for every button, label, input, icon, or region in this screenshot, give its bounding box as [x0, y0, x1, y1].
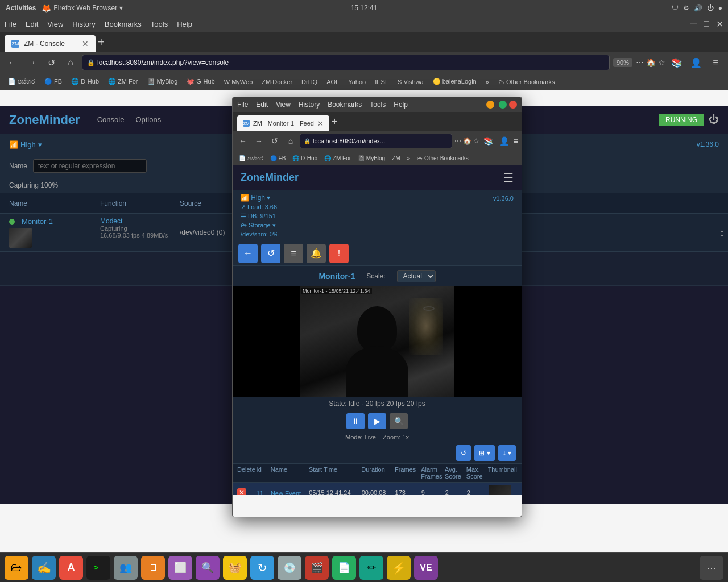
fg-hamburger-button[interactable]: ≡	[514, 136, 518, 146]
fg-bookmark-sinhala[interactable]: 📄 පස්හර	[236, 154, 266, 163]
fg-home-button[interactable]: ⌂	[284, 134, 297, 148]
fg-bookmark-fb[interactable]: 🔵 FB	[267, 154, 289, 163]
bg-window-controls[interactable]: ─ □ ✕	[690, 19, 723, 30]
fg-menu-edit[interactable]: Edit	[256, 101, 268, 109]
fg-new-tab-button[interactable]: +	[332, 116, 338, 128]
bg-star-button[interactable]: ☆	[658, 58, 665, 67]
evt-id-link-1[interactable]: 11	[257, 490, 263, 496]
fg-active-tab[interactable]: ZM ZM - Monitor-1 - Feed ✕	[237, 115, 329, 131]
bg-menu-edit[interactable]: Edit	[26, 20, 38, 28]
feed-bell-button[interactable]: 🔔	[307, 244, 326, 263]
bg-menu-help[interactable]: Help	[177, 20, 192, 28]
bg-bookmark-yahoo[interactable]: Yahoo	[345, 77, 369, 86]
fg-menu-view[interactable]: View	[276, 101, 291, 109]
maximize-icon[interactable]: □	[704, 19, 709, 30]
zm-filter-input[interactable]	[33, 159, 147, 173]
evt-delete-button-1[interactable]: ✕	[237, 488, 246, 495]
bg-more-button[interactable]: ⋯	[636, 58, 644, 67]
bg-bookmark-other[interactable]: 🗁 Other Bookmarks	[495, 77, 559, 86]
bg-new-tab-button[interactable]: +	[98, 36, 105, 49]
fg-maximize-button[interactable]	[499, 101, 507, 109]
taskbar-vm[interactable]: 🖥	[141, 556, 165, 580]
fg-star-button[interactable]: ☆	[473, 137, 479, 145]
bg-bookmark-balena[interactable]: 🟡 balenaLogin	[429, 77, 480, 86]
taskbar-media[interactable]: 🎬	[305, 556, 329, 580]
fg-bookmark-dhub[interactable]: 🌐 D-Hub	[289, 154, 320, 163]
zm-nav-console[interactable]: Console	[97, 115, 125, 124]
fg-back-button[interactable]: ←	[236, 134, 250, 148]
taskbar-reader[interactable]: 📄	[332, 556, 356, 580]
evt-name-link-1[interactable]: New Event	[271, 490, 301, 496]
bg-back-button[interactable]: ←	[5, 55, 20, 70]
bg-menu-file[interactable]: File	[5, 20, 16, 28]
bg-bookmark-myblog[interactable]: 📓 MyBlog	[144, 77, 181, 86]
bg-bookmark-more[interactable]: »	[482, 77, 493, 86]
taskbar-appstore[interactable]: A	[59, 556, 83, 580]
bg-forward-button[interactable]: →	[24, 55, 40, 70]
bg-reload-button[interactable]: ↺	[43, 55, 59, 70]
bg-extensions-button[interactable]: 📚	[669, 55, 685, 70]
bg-bookmark-ghub[interactable]: 🐙 G-Hub	[183, 77, 218, 86]
zm-power-button[interactable]: ⏻	[709, 114, 719, 126]
fg-bookmark-other[interactable]: 🗁 Other Bookmarks	[414, 154, 471, 163]
feed-refresh-button[interactable]: ↺	[261, 244, 280, 263]
taskbar-disk[interactable]: 💿	[278, 556, 301, 580]
fg-reload-button[interactable]: ↺	[268, 134, 282, 148]
fg-close-button[interactable]	[509, 101, 517, 109]
feed-alert-button[interactable]: !	[329, 244, 349, 263]
bg-home-button[interactable]: ⌂	[63, 55, 78, 70]
bg-bookmark-myweb[interactable]: W MyWeb	[221, 77, 257, 86]
close-icon[interactable]: ✕	[716, 19, 723, 30]
bg-bookmark-zmdocker[interactable]: ZM·Docker	[258, 77, 296, 86]
bg-bookmark-aol[interactable]: AOL	[323, 77, 342, 86]
events-download-button[interactable]: ↓ ▾	[498, 445, 516, 461]
fg-forward-button[interactable]: →	[252, 134, 266, 148]
taskbar-ve[interactable]: VE	[414, 556, 438, 580]
fg-bookmark-zm[interactable]: ZM	[389, 154, 403, 163]
fg-sync-button[interactable]: 👤	[498, 134, 511, 148]
taskbar-filemanager[interactable]: 🗁	[5, 556, 28, 580]
taskbar-thunder[interactable]: ⚡	[387, 556, 411, 580]
taskbar-screenshot[interactable]: ⬜	[168, 556, 192, 580]
bg-bookmark-fb[interactable]: 🔵 FB	[41, 77, 65, 86]
fg-minimize-button[interactable]	[486, 101, 494, 109]
scale-select[interactable]: Actual 25% 50% 75% 100%	[397, 270, 436, 282]
monitor-thumbnail[interactable]	[9, 228, 32, 248]
bg-tab-close[interactable]: ✕	[82, 39, 89, 48]
feed-pause-button[interactable]: ⏸	[346, 413, 365, 429]
zm-feed-menu-button[interactable]: ☰	[503, 171, 514, 185]
bg-bookmark-drhq[interactable]: DrHQ	[298, 77, 321, 86]
fg-bookmark-zmfor[interactable]: 🌐 ZM For	[321, 154, 354, 163]
bg-menu-view[interactable]: View	[47, 20, 63, 28]
fg-bookmark-myblog[interactable]: 📓 MyBlog	[355, 154, 388, 163]
bg-bookmark-sinhala[interactable]: 📄 පස්හර	[5, 77, 39, 86]
taskbar-basket[interactable]: 🧺	[223, 556, 247, 580]
activities-label[interactable]: Activities	[6, 4, 36, 12]
fg-more-button[interactable]: ⋯	[454, 137, 461, 145]
monitor-name[interactable]: Monitor-1	[22, 217, 53, 226]
feed-play-button[interactable]: ▶	[368, 413, 386, 429]
bg-sync-button[interactable]: 👤	[688, 55, 704, 70]
minimize-icon[interactable]: ─	[690, 19, 697, 30]
fg-bookmark-more[interactable]: »	[404, 154, 413, 163]
feed-back-button[interactable]: ←	[238, 244, 258, 263]
events-view-button[interactable]: ⊞ ▾	[474, 445, 494, 461]
fg-menu-history[interactable]: History	[299, 101, 320, 109]
zm-nav-options[interactable]: Options	[135, 115, 161, 124]
taskbar-updater[interactable]: ↻	[250, 556, 274, 580]
fg-extensions-button[interactable]: 📚	[482, 134, 495, 148]
bg-bookmark-iesl[interactable]: IESL	[371, 77, 392, 86]
feed-search-button[interactable]: 🔍	[390, 413, 408, 429]
bg-bookmark-zmfor[interactable]: 🌐 ZM For	[105, 77, 142, 86]
taskbar-theme[interactable]: ✏	[359, 556, 383, 580]
fg-menu-bookmarks[interactable]: Bookmarks	[328, 101, 362, 109]
taskbar-users[interactable]: 👥	[114, 556, 138, 580]
bg-hamburger-button[interactable]: ≡	[708, 55, 723, 70]
fg-menu-file[interactable]: File	[237, 101, 248, 109]
taskbar-lens[interactable]: 🔍	[196, 556, 220, 580]
taskbar-writer[interactable]: ✍	[32, 556, 56, 580]
fg-menu-help[interactable]: Help	[394, 101, 408, 109]
bg-address-input[interactable]: 🔒 localhost:8080/zm/index.php?view=conso…	[82, 55, 610, 70]
fg-menu-tools[interactable]: Tools	[370, 101, 386, 109]
taskbar-appgrid[interactable]: ⋯	[700, 556, 723, 580]
